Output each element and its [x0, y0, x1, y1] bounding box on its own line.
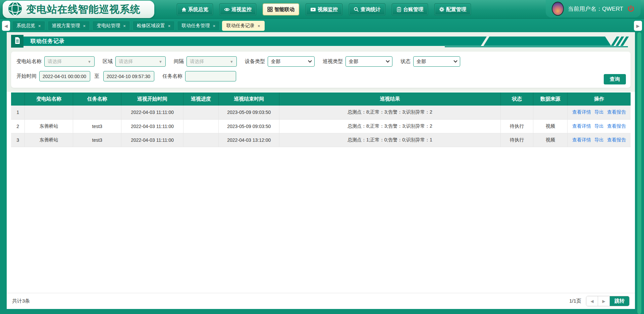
logout-power-icon[interactable]	[627, 5, 635, 12]
table-empty-area	[7, 147, 635, 293]
table-header-row: 变电站名称任务名称巡视开始时间巡视进度巡视结束时间巡视结果状态数据来源操作	[11, 92, 631, 106]
chevron-down-icon: ▼	[230, 60, 233, 64]
table-cell	[183, 133, 218, 147]
tab[interactable]: 联动任务管理×	[177, 21, 220, 31]
column-header: 数据来源	[533, 92, 568, 106]
table-row: 3东善桥站test32022-04-03 11:11:002022-04-03 …	[11, 133, 631, 147]
nav-item[interactable]: 系统总览	[177, 4, 213, 15]
tab-close-icon[interactable]: ×	[123, 23, 126, 28]
status-select-value: 全部	[417, 59, 426, 65]
patrol-type-select-value: 全部	[349, 59, 358, 65]
patrol-type-label: 巡视类型	[323, 58, 343, 65]
column-header: 巡视开始时间	[121, 92, 183, 106]
tab-close-icon[interactable]: ×	[213, 23, 215, 28]
next-page-button[interactable]: ▶	[598, 296, 610, 306]
device-type-select[interactable]: 全部	[268, 56, 315, 67]
filter-row-2: 开始时间 至 任务名称	[16, 71, 625, 81]
table-cell: 2022-04-03 13:12:00	[219, 133, 279, 147]
station-label: 变电站名称	[16, 58, 42, 65]
nav-item[interactable]: 台账管理	[392, 4, 428, 15]
actions-cell: 查看详情导出查看报告	[568, 133, 631, 147]
table-cell	[500, 106, 533, 119]
table-cell: 视频	[533, 133, 568, 147]
table-cell: test3	[73, 133, 121, 147]
tabs-scroll-left-button[interactable]: ◀	[2, 21, 10, 31]
nav-item[interactable]: 视频监控	[306, 4, 342, 15]
view-details-link[interactable]: 查看详情	[572, 137, 591, 142]
tabs-scroll-right-button[interactable]: ▶	[634, 21, 642, 31]
column-header	[11, 92, 25, 106]
jump-button[interactable]: 跳转	[610, 296, 629, 306]
tab-close-icon[interactable]: ×	[83, 23, 86, 28]
nav-item-label: 智能联动	[274, 6, 294, 13]
view-details-link[interactable]: 查看详情	[572, 109, 591, 115]
task-name-label: 任务名称	[162, 73, 182, 79]
table-cell: 总测点：1;正常：0;告警：0;识别异常：1	[279, 133, 500, 147]
tab-close-icon[interactable]: ×	[168, 23, 171, 28]
status-label: 状态	[400, 58, 411, 65]
gear-icon	[439, 7, 444, 12]
area-select-value: 请选择	[119, 59, 133, 65]
table-cell	[183, 119, 218, 133]
tab[interactable]: 检修区域设置×	[132, 21, 175, 31]
tab[interactable]: 系统总览×	[12, 21, 45, 31]
tab[interactable]: 联动任务记录×	[222, 21, 265, 31]
logo-box: 变电站在线智能巡视系统	[3, 1, 154, 18]
tab-close-icon[interactable]: ×	[38, 23, 41, 28]
export-link[interactable]: 导出	[594, 137, 604, 142]
nav-item[interactable]: 配置管理	[435, 4, 471, 15]
tab-label: 联动任务管理	[181, 23, 210, 29]
column-header: 变电站名称	[25, 92, 73, 106]
table-cell	[183, 106, 218, 119]
end-time-input[interactable]	[103, 71, 154, 81]
query-button[interactable]: 查询	[604, 74, 626, 84]
table-cell: 2023-05-09 09:03:50	[219, 106, 279, 119]
table-cell: 总测点：8;正常：3;告警：3;识别异常：2	[279, 119, 500, 133]
eye-icon	[224, 7, 230, 12]
view-report-link[interactable]: 查看报告	[607, 137, 626, 142]
document-icon	[15, 37, 20, 45]
chevron-down-icon: ▼	[159, 60, 162, 64]
bay-select[interactable]: 请选择▼	[186, 56, 237, 67]
area-select[interactable]: 请选择▼	[115, 56, 166, 67]
tab-close-icon[interactable]: ×	[258, 23, 260, 28]
records-table: 变电站名称任务名称巡视开始时间巡视进度巡视结束时间巡视结果状态数据来源操作 12…	[11, 92, 631, 147]
nav-item[interactable]: 巡视监控	[220, 4, 256, 15]
current-user-label: 当前用户名：QWERT	[568, 5, 623, 13]
table-cell: 2023-05-09 09:03:50	[219, 119, 279, 133]
view-details-link[interactable]: 查看详情	[572, 123, 591, 129]
prev-page-button[interactable]: ◀	[586, 296, 598, 306]
nav-item-label: 台账管理	[403, 6, 423, 13]
export-link[interactable]: 导出	[594, 123, 604, 129]
chevron-down-icon	[308, 59, 312, 62]
nav-item[interactable]: 查询统计	[349, 4, 385, 15]
task-name-input[interactable]	[185, 71, 236, 81]
nav-item[interactable]: 智能联动	[263, 4, 299, 15]
search-icon	[354, 7, 359, 12]
column-header: 巡视结果	[279, 92, 500, 106]
column-header: 状态	[500, 92, 533, 106]
area-label: 区域	[103, 58, 113, 65]
device-type-select-value: 全部	[271, 59, 280, 65]
app-header: 变电站在线智能巡视系统 系统总览巡视监控智能联动视频监控查询统计台账管理配置管理…	[0, 0, 644, 19]
export-link[interactable]: 导出	[594, 109, 604, 115]
tab[interactable]: 巡视方案管理×	[48, 21, 90, 31]
station-select[interactable]: 请选择▼	[44, 56, 95, 67]
status-select[interactable]: 全部	[413, 56, 460, 67]
tab[interactable]: 变电站管理×	[92, 21, 130, 31]
home-icon	[181, 7, 186, 12]
app-logo-globe-icon	[8, 2, 22, 17]
table-cell: 2	[11, 119, 25, 133]
table-cell	[25, 106, 73, 119]
title-bar-underline-decor	[445, 46, 628, 47]
view-report-link[interactable]: 查看报告	[607, 123, 626, 129]
table-cell: 3	[11, 133, 25, 147]
patrol-type-select[interactable]: 全部	[345, 56, 392, 67]
scrollbar[interactable]	[637, 32, 641, 314]
actions-cell: 查看详情导出查看报告	[568, 119, 631, 133]
view-report-link[interactable]: 查看报告	[607, 109, 626, 115]
table-cell: 东善桥站	[25, 119, 73, 133]
start-time-input[interactable]	[39, 71, 90, 81]
chevron-down-icon	[386, 59, 389, 62]
table-cell: test3	[73, 119, 121, 133]
